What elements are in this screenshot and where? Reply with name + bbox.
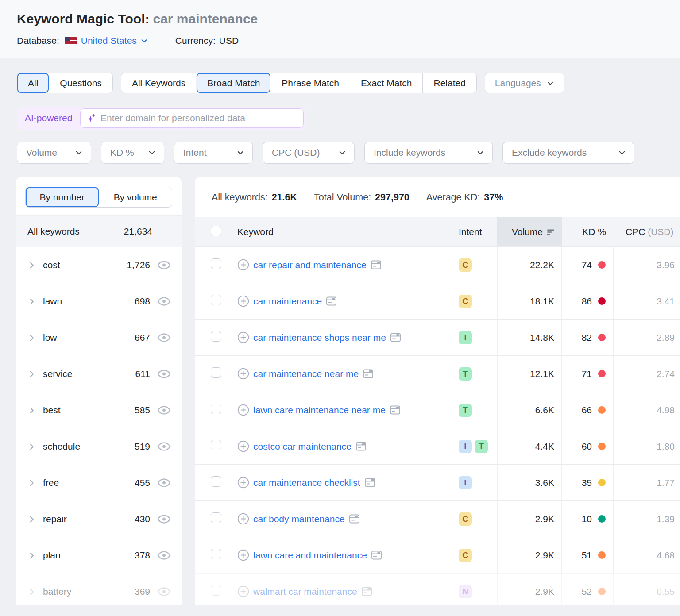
keyword-group-item[interactable]: free 455 xyxy=(16,465,182,501)
kd-difficulty-dot xyxy=(598,370,606,377)
serp-features-icon[interactable] xyxy=(371,259,382,270)
filter-exclude-keywords[interactable]: Exclude keywords xyxy=(502,142,634,164)
serp-features-icon[interactable] xyxy=(390,404,401,416)
filter-kd[interactable]: KD % xyxy=(101,142,164,164)
table-row: costco car maintenance IT 4.4K 60 1.80 xyxy=(195,428,680,464)
column-cpc: CPC (USD) xyxy=(614,227,680,237)
us-flag-icon xyxy=(65,37,77,45)
keyword-group-item[interactable]: cost 1,726 xyxy=(16,247,182,283)
plus-circle-icon[interactable] xyxy=(237,513,249,525)
toggle-by-number[interactable]: By number xyxy=(26,187,99,207)
tab-broad-match[interactable]: Broad Match xyxy=(196,73,270,93)
table-row: lawn care and maintenance C 2.9K 51 4.68 xyxy=(195,537,680,573)
row-checkbox[interactable] xyxy=(211,404,221,414)
eye-icon[interactable] xyxy=(157,369,171,379)
plus-circle-icon[interactable] xyxy=(237,477,249,489)
eye-icon[interactable] xyxy=(157,478,171,488)
filter-cpc[interactable]: CPC (USD) xyxy=(263,142,355,164)
serp-features-icon[interactable] xyxy=(349,513,360,524)
keyword-link[interactable]: lawn care and maintenance xyxy=(253,550,367,561)
filter-include-keywords[interactable]: Include keywords xyxy=(364,142,493,164)
plus-circle-icon[interactable] xyxy=(237,440,249,452)
keyword-link[interactable]: costco car maintenance xyxy=(253,441,352,452)
chevron-down-icon xyxy=(75,149,83,157)
column-volume[interactable]: Volume xyxy=(497,217,562,246)
domain-input[interactable] xyxy=(100,113,297,123)
plus-circle-icon[interactable] xyxy=(237,259,249,271)
tab-exact-match[interactable]: Exact Match xyxy=(350,73,423,93)
tab-related[interactable]: Related xyxy=(422,73,476,93)
row-checkbox[interactable] xyxy=(211,367,221,378)
eye-icon[interactable] xyxy=(157,587,171,597)
serp-features-icon[interactable] xyxy=(364,477,375,488)
database-selector[interactable]: United States xyxy=(81,35,148,46)
eye-icon[interactable] xyxy=(157,296,171,306)
row-checkbox[interactable] xyxy=(211,512,221,523)
row-checkbox[interactable] xyxy=(211,476,221,487)
eye-icon[interactable] xyxy=(157,333,171,343)
select-all-checkbox[interactable] xyxy=(211,226,221,236)
tab-all[interactable]: All xyxy=(17,73,49,93)
plus-circle-icon[interactable] xyxy=(237,368,249,380)
serp-features-icon[interactable] xyxy=(390,332,401,343)
keyword-group-item[interactable]: battery 369 xyxy=(16,574,182,605)
keyword-link[interactable]: walmart car maintenance xyxy=(253,586,357,597)
volume-value: 6.6K xyxy=(497,392,562,428)
row-checkbox[interactable] xyxy=(211,258,221,269)
table-row: lawn care maintenance near me T 6.6K 66 … xyxy=(195,392,680,428)
keyword-link[interactable]: car repair and maintenance xyxy=(253,260,367,270)
kd-difficulty-dot xyxy=(598,406,606,414)
chevron-down-icon xyxy=(148,149,156,157)
serp-features-icon[interactable] xyxy=(361,586,372,597)
tab-questions[interactable]: Questions xyxy=(49,73,112,93)
row-checkbox[interactable] xyxy=(211,549,221,559)
keyword-link[interactable]: car maintenance checklist xyxy=(253,477,360,488)
keyword-group-item[interactable]: schedule 519 xyxy=(16,428,182,465)
serp-features-icon[interactable] xyxy=(355,441,367,452)
eye-icon[interactable] xyxy=(157,405,171,415)
keyword-link[interactable]: car maintenance near me xyxy=(253,369,359,379)
keyword-link[interactable]: car body maintenance xyxy=(253,514,345,524)
keyword-group-item[interactable]: best 585 xyxy=(16,392,182,428)
plus-circle-icon[interactable] xyxy=(237,585,249,597)
languages-dropdown[interactable]: Languages xyxy=(485,73,564,93)
keyword-group-item[interactable]: service 611 xyxy=(16,356,182,392)
database-label: Database: xyxy=(17,35,59,46)
eye-icon[interactable] xyxy=(157,260,171,270)
volume-value: 2.9K xyxy=(497,574,562,605)
row-checkbox[interactable] xyxy=(211,440,221,450)
filter-intent[interactable]: Intent xyxy=(174,142,253,164)
keyword-link[interactable]: car maintenance xyxy=(253,296,322,307)
keyword-group-item[interactable]: repair 430 xyxy=(16,501,182,537)
eye-icon[interactable] xyxy=(157,551,171,560)
plus-circle-icon[interactable] xyxy=(237,295,249,307)
serp-features-icon[interactable] xyxy=(363,368,374,379)
plus-circle-icon[interactable] xyxy=(237,404,249,416)
keyword-link[interactable]: lawn care maintenance near me xyxy=(253,405,386,416)
row-checkbox[interactable] xyxy=(211,295,221,305)
eye-icon[interactable] xyxy=(157,442,171,451)
keyword-group-item[interactable]: lawn 698 xyxy=(16,283,182,320)
keyword-group-item[interactable]: low 667 xyxy=(16,320,182,356)
plus-circle-icon[interactable] xyxy=(237,549,249,561)
serp-features-icon[interactable] xyxy=(371,550,382,561)
plus-circle-icon[interactable] xyxy=(237,331,249,343)
keyword-link[interactable]: car maintenance shops near me xyxy=(253,332,386,343)
tab-all-keywords[interactable]: All Keywords xyxy=(121,73,196,93)
keyword-group-item[interactable]: plan 378 xyxy=(16,537,182,574)
chevron-down-icon xyxy=(140,37,148,45)
all-keywords-summary[interactable]: All keywords 21,634 xyxy=(16,215,182,247)
intent-badge-c: C xyxy=(459,258,472,272)
kd-value: 51 xyxy=(582,550,592,561)
filter-volume[interactable]: Volume xyxy=(17,142,91,164)
row-checkbox[interactable] xyxy=(211,331,221,342)
eye-icon[interactable] xyxy=(157,514,171,524)
row-checkbox[interactable] xyxy=(211,585,221,596)
table-row: car maintenance near me T 12.1K 71 2.74 xyxy=(195,355,680,392)
serp-features-icon[interactable] xyxy=(326,296,337,307)
kd-difficulty-dot xyxy=(598,551,606,559)
toggle-by-volume[interactable]: By volume xyxy=(99,187,172,207)
scope-tab-group: All Questions xyxy=(17,73,113,93)
tab-phrase-match[interactable]: Phrase Match xyxy=(270,73,350,93)
domain-input-wrap xyxy=(80,108,304,128)
